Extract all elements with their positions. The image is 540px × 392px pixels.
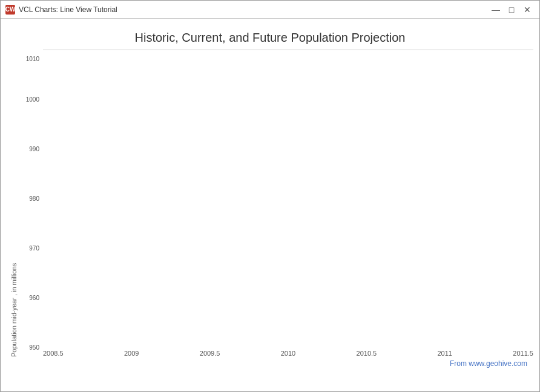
maximize-button[interactable]: □ [504,4,519,16]
minimize-button[interactable]: — [489,4,503,16]
y-tick-970: 970 [29,245,39,252]
x-label-2011: 2011 [438,350,452,357]
y-tick-980: 980 [29,195,39,202]
window-controls: — □ ✕ [489,4,535,16]
chart-area: Population mid-year , in millions 950 96… [7,50,533,357]
title-bar: CW VCL Charts: Line View Tutorial — □ ✕ [1,1,539,19]
main-window: CW VCL Charts: Line View Tutorial — □ ✕ … [0,0,540,392]
y-tick-1000: 1000 [26,96,39,103]
y-tick-990: 990 [29,145,39,152]
title-bar-left: CW VCL Charts: Line View Tutorial [5,5,117,15]
y-tick-960: 960 [29,294,39,301]
app-icon: CW [5,5,15,15]
chart-container: Historic, Current, and Future Population… [1,19,539,391]
x-label-20085: 2008.5 [43,350,64,357]
point-value-label: 982 [294,50,305,50]
y-tick-950: 950 [29,344,39,351]
chart-title: Historic, Current, and Future Population… [7,31,533,45]
x-label-20105: 2010.5 [357,350,377,357]
attribution: From www.geohive.com [7,357,533,370]
y-tick-1010: 1010 [26,55,39,62]
x-label-20095: 2009.5 [200,350,220,357]
close-button[interactable]: ✕ [520,4,535,16]
x-label-20115: 2011.5 [513,350,533,357]
window-title: VCL Charts: Line View Tutorial [19,5,117,14]
chart-plot: 982 Europe [43,50,533,50]
y-axis-label: Population mid-year , in millions [7,50,19,357]
x-label-2009: 2009 [124,350,139,357]
x-label-2010: 2010 [281,350,295,357]
